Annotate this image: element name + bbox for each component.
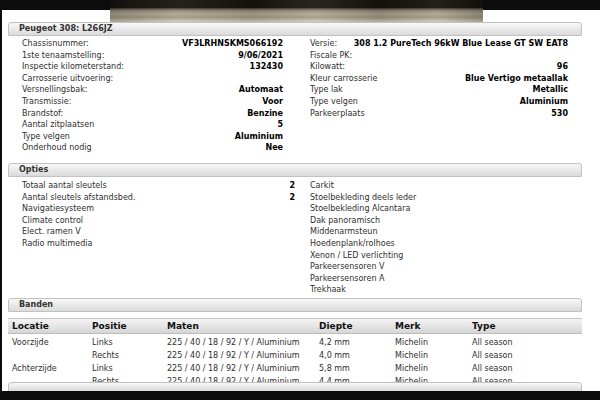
column-header-locatie: Locatie: [12, 319, 49, 334]
detail-label: Type lak: [310, 84, 343, 96]
detail-value: Aluminium: [229, 131, 283, 143]
detail-row: Onderhoud nodigNee: [22, 142, 283, 154]
option-value: [289, 226, 295, 238]
cell-positie: Rechts: [92, 349, 119, 362]
detail-row: Fiscale PK:: [310, 50, 568, 62]
detail-value: Blue Vertigo metaallak: [459, 73, 568, 85]
detail-value: Automaat: [233, 84, 283, 96]
table-row: Achterzijde Links 225 / 40 / 18 / 92 / Y…: [8, 362, 582, 375]
detail-row: Kilowatt:96: [310, 61, 568, 73]
option-row: Stoelbekleding deels leder: [310, 192, 568, 204]
detail-value: 5: [271, 119, 283, 131]
detail-value: Benzine: [241, 108, 283, 120]
table-row: Voorzijde Links 225 / 40 / 18 / 92 / Y /…: [8, 336, 582, 349]
details-right-column: Versie:308 1.2 PureTech 96kW Blue Lease …: [310, 38, 568, 119]
option-row: Climate control: [22, 215, 295, 227]
table-row: Rechts 225 / 40 / 18 / 92 / Y / Aluminiu…: [8, 349, 582, 362]
option-label: Navigatiesysteem: [22, 203, 94, 215]
detail-label: Carrosserie uitvoering:: [22, 73, 113, 85]
option-row: Carkit: [310, 180, 568, 192]
option-row: Navigatiesysteem: [22, 203, 295, 215]
cell-type: All season: [472, 336, 513, 349]
detail-label: Versie:: [310, 38, 337, 50]
detail-label: Chassisnummer:: [22, 38, 89, 50]
vehicle-detail-page: { "page_header": { "title": "Peugeot 308…: [0, 0, 600, 400]
detail-label: Versnellingsbak:: [22, 84, 88, 96]
detail-value: 308 1.2 PureTech 96kW Blue Lease GT SW E…: [348, 38, 568, 50]
option-value: [289, 238, 295, 250]
detail-value: 530: [545, 108, 568, 120]
cell-locatie: Achterzijde: [12, 362, 57, 375]
detail-value: Voor: [256, 96, 283, 108]
column-header-diepte: Diepte: [319, 319, 353, 334]
detail-label: Inspectie kilometerstand:: [22, 61, 124, 73]
opties-section-title: Opties: [19, 165, 48, 174]
opties-right-column: Carkit Stoelbekleding deels leder Stoelb…: [310, 180, 568, 296]
option-label: Parkeersensoren A: [310, 273, 384, 285]
detail-row: 1ste tenaamstelling:9/06/2021: [22, 50, 283, 62]
option-value: [289, 203, 295, 215]
option-label: Totaal aantal sleutels: [22, 180, 107, 192]
detail-value: [277, 73, 283, 85]
option-row: Radio multimedia: [22, 238, 295, 250]
option-row: Totaal aantal sleutels2: [22, 180, 295, 192]
option-label: Dak panoramisch: [310, 215, 380, 227]
detail-row: Carrosserie uitvoering:: [22, 73, 283, 85]
detail-row: Versie:308 1.2 PureTech 96kW Blue Lease …: [310, 38, 568, 50]
opties-section-bar: Opties: [8, 163, 582, 177]
option-label: Xenon / LED verlichting: [310, 250, 403, 262]
detail-label: Type velgen: [22, 131, 70, 143]
detail-value: Metallic: [526, 84, 568, 96]
tire-table-body: Voorzijde Links 225 / 40 / 18 / 92 / Y /…: [8, 336, 582, 388]
detail-value: 132430: [244, 61, 283, 73]
details-left-column: Chassisnummer:VF3LRHNSKMS066192 1ste ten…: [22, 38, 283, 154]
detail-label: Aantal zitplaatsen: [22, 119, 94, 131]
cell-merk: Michelin: [395, 349, 428, 362]
detail-label: Type velgen: [310, 96, 358, 108]
option-label: Carkit: [310, 180, 334, 192]
detail-row: Kleur carrosserieBlue Vertigo metaallak: [310, 73, 568, 85]
column-header-maten: Maten: [167, 319, 199, 334]
column-header-type: Type: [472, 319, 495, 334]
option-row: Elect. ramen V: [22, 226, 295, 238]
option-row: Parkeersensoren A: [310, 273, 568, 285]
option-row: Aantal sleutels afstandsbed.2: [22, 192, 295, 204]
detail-label: Onderhoud nodig: [22, 142, 92, 154]
cell-diepte: 4,0 mm: [319, 349, 350, 362]
option-label: Climate control: [22, 215, 83, 227]
detail-value: 9/06/2021: [232, 50, 283, 62]
opties-left-column: Totaal aantal sleutels2 Aantal sleutels …: [22, 180, 295, 250]
column-header-positie: Positie: [92, 319, 127, 334]
detail-row: Inspectie kilometerstand:132430: [22, 61, 283, 73]
cell-maten: 225 / 40 / 18 / 92 / Y / Aluminium: [167, 349, 300, 362]
vehicle-photo-strip: [110, 0, 483, 22]
option-value: 2: [283, 192, 295, 204]
option-row: Hoedenplank/rolhoes: [310, 238, 568, 250]
tire-table-header: Locatie Positie Maten Diepte Merk Type: [8, 318, 582, 334]
column-header-merk: Merk: [395, 319, 420, 334]
option-label: Middenarmsteun: [310, 226, 377, 238]
option-label: Stoelbekleding Alcantara: [310, 203, 410, 215]
page-title-bar: Peugeot 308: L266JZ: [8, 22, 582, 36]
option-value: [289, 215, 295, 227]
detail-row: Chassisnummer:VF3LRHNSKMS066192: [22, 38, 283, 50]
detail-row: Type velgenAluminium: [310, 96, 568, 108]
option-value: 2: [283, 180, 295, 192]
bottom-black-band: [0, 391, 600, 400]
option-row: Dak panoramisch: [310, 215, 568, 227]
option-label: Radio multimedia: [22, 238, 92, 250]
banden-section-bar: Banden: [8, 298, 582, 312]
detail-row: Parkeerplaats530: [310, 108, 568, 120]
cell-diepte: 4,2 mm: [319, 336, 350, 349]
detail-label: Kleur carrosserie: [310, 73, 377, 85]
detail-row: Brandstof:Benzine: [22, 108, 283, 120]
cell-type: All season: [472, 362, 513, 375]
detail-row: Aantal zitplaatsen5: [22, 119, 283, 131]
option-row: Stoelbekleding Alcantara: [310, 203, 568, 215]
detail-label: Kilowatt:: [310, 61, 345, 73]
cell-merk: Michelin: [395, 362, 428, 375]
detail-value: VF3LRHNSKMS066192: [176, 38, 283, 50]
left-black-edge: [0, 10, 2, 400]
detail-row: Type lakMetallic: [310, 84, 568, 96]
detail-value: Nee: [259, 142, 283, 154]
